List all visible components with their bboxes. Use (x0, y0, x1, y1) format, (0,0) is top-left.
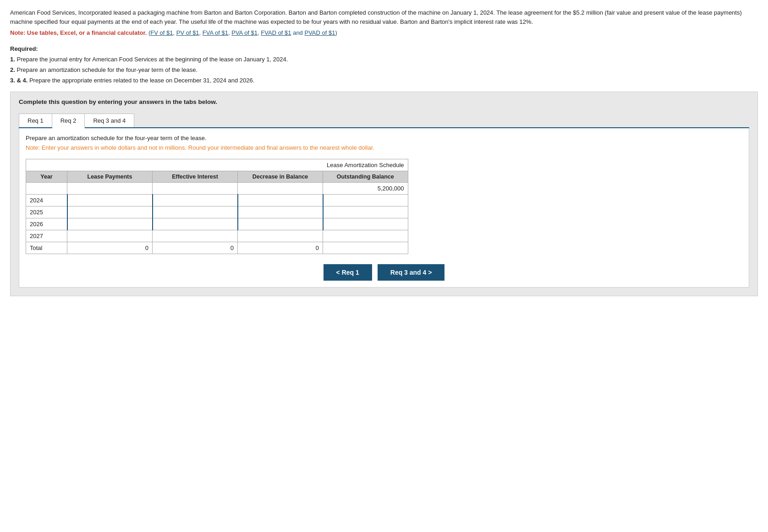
outstanding-balance-2026-input[interactable] (324, 218, 408, 230)
table-row-total: Total 0 0 0 (26, 242, 408, 254)
table-row-2027: 2027 (26, 230, 408, 242)
prev-button-label: < Req 1 (336, 269, 359, 276)
tab-req3and4[interactable]: Req 3 and 4 (85, 114, 134, 127)
amort-note: Note: Enter your answers in whole dollar… (26, 143, 742, 152)
decrease-balance-2024[interactable] (238, 194, 323, 206)
next-button[interactable]: Req 3 and 4 > (378, 264, 445, 281)
next-button-label: Req 3 and 4 > (390, 269, 432, 276)
effective-interest-2024[interactable] (153, 194, 238, 206)
outstanding-balance-2024-input[interactable] (324, 195, 408, 206)
effective-interest-2027-input[interactable] (153, 230, 237, 242)
lease-payment-2027[interactable] (67, 230, 153, 242)
required-section: Required: 1. Prepare the journal entry f… (10, 44, 758, 85)
outstanding-balance-2027[interactable] (323, 230, 408, 242)
required-item-2: 2. Prepare an amortization schedule for … (10, 65, 758, 75)
year-2027: 2027 (26, 230, 67, 242)
lease-payment-2027-input[interactable] (67, 230, 152, 242)
lease-payment-2024-input[interactable] (68, 195, 152, 206)
year-2026: 2026 (26, 218, 67, 230)
year-total: Total (26, 242, 67, 254)
total-effective-interest: 0 (153, 242, 238, 254)
decrease-balance-2027[interactable] (238, 230, 323, 242)
fva-link[interactable]: FVA of $1 (203, 29, 228, 36)
required-label: Required: (10, 45, 38, 52)
tab-req1[interactable]: Req 1 (19, 114, 52, 127)
pva-link[interactable]: PVA of $1 (231, 29, 258, 36)
table-title: Lease Amortization Schedule (26, 159, 408, 171)
required-item-1: 1. Prepare the journal entry for America… (10, 55, 758, 65)
init-outstanding-cell: 5,200,000 (323, 182, 408, 194)
total-outstanding-balance (323, 242, 408, 254)
pv-link[interactable]: PV of $1 (176, 29, 199, 36)
intro-text: American Food Services, Incorporated lea… (10, 9, 742, 25)
nav-buttons-row: < Req 1 Req 3 and 4 > (26, 264, 742, 281)
required-item-3: 3. & 4. Prepare the appropriate entries … (10, 76, 758, 86)
decrease-balance-2025-input[interactable] (238, 206, 323, 218)
outstanding-balance-2025-input[interactable] (324, 206, 408, 218)
lease-payment-2024[interactable] (67, 194, 153, 206)
note-links: (FV of $1, PV of $1, FVA of $1, PVA of $… (148, 29, 337, 36)
outstanding-balance-2026[interactable] (323, 218, 408, 230)
fv-link[interactable]: FV of $1 (150, 29, 173, 36)
effective-interest-2024-input[interactable] (153, 195, 237, 206)
col-decrease-balance: Decrease in Balance (238, 171, 323, 182)
table-title-row: Lease Amortization Schedule (26, 159, 408, 171)
table-header-row: Year Lease Payments Effective Interest D… (26, 171, 408, 182)
table-row-2026: 2026 (26, 218, 408, 230)
tab-content-area: Prepare an amortization schedule for the… (19, 128, 749, 288)
total-decrease-balance: 0 (238, 242, 323, 254)
table-row-2025: 2025 (26, 206, 408, 218)
tab-req2[interactable]: Req 2 (52, 114, 85, 128)
col-year: Year (26, 171, 67, 182)
complete-box-text: Complete this question by entering your … (19, 98, 749, 105)
init-interest-cell (153, 182, 238, 194)
year-2024: 2024 (26, 194, 67, 206)
req34-number: 3. & 4. (10, 77, 27, 84)
col-effective-interest: Effective Interest (153, 171, 238, 182)
init-lease-cell (67, 182, 153, 194)
col-lease-payments: Lease Payments (67, 171, 153, 182)
lease-payment-2026[interactable] (67, 218, 153, 230)
pvad-link[interactable]: PVAD of $1 (304, 29, 335, 36)
init-decrease-cell (238, 182, 323, 194)
decrease-balance-2026-input[interactable] (238, 218, 323, 230)
tabs-row: Req 1 Req 2 Req 3 and 4 (19, 114, 749, 128)
lease-payment-2025[interactable] (67, 206, 153, 218)
effective-interest-2027[interactable] (153, 230, 238, 242)
prev-button[interactable]: < Req 1 (324, 264, 372, 281)
init-year-cell (26, 182, 67, 194)
amort-table: Lease Amortization Schedule Year Lease P… (26, 159, 408, 254)
year-2025: 2025 (26, 206, 67, 218)
req2-number: 2. (10, 66, 15, 73)
intro-paragraph: American Food Services, Incorporated lea… (10, 8, 758, 27)
complete-box: Complete this question by entering your … (10, 92, 758, 296)
decrease-balance-2026[interactable] (238, 218, 323, 230)
decrease-balance-2024-input[interactable] (238, 195, 323, 206)
effective-interest-2026-input[interactable] (153, 218, 237, 230)
amort-table-wrap: Lease Amortization Schedule Year Lease P… (26, 159, 742, 254)
effective-interest-2026[interactable] (153, 218, 238, 230)
amort-description: Prepare an amortization schedule for the… (26, 135, 742, 141)
total-lease-payments: 0 (67, 242, 153, 254)
outstanding-balance-2025[interactable] (323, 206, 408, 218)
decrease-balance-2027-input[interactable] (238, 230, 323, 242)
lease-payment-2026-input[interactable] (68, 218, 152, 230)
lease-payment-2025-input[interactable] (68, 206, 152, 218)
col-outstanding-balance: Outstanding Balance (323, 171, 408, 182)
note-line: Note: Use tables, Excel, or a financial … (10, 29, 758, 36)
req1-number: 1. (10, 56, 15, 63)
effective-interest-2025-input[interactable] (153, 206, 237, 218)
table-row-2024: 2024 (26, 194, 408, 206)
outstanding-balance-2024[interactable] (323, 194, 408, 206)
note-bold-label: Note: Use tables, Excel, or a financial … (10, 29, 147, 36)
fvad-link[interactable]: FVAD of $1 (261, 29, 291, 36)
effective-interest-2025[interactable] (153, 206, 238, 218)
outstanding-balance-2027-input[interactable] (323, 230, 408, 242)
decrease-balance-2025[interactable] (238, 206, 323, 218)
table-initial-row: 5,200,000 (26, 182, 408, 194)
